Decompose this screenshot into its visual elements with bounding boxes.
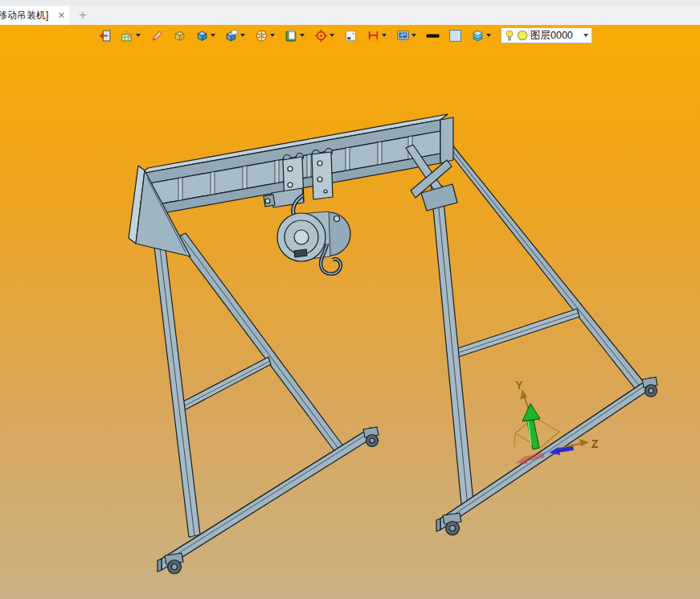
- axis-y-label: Y: [515, 379, 523, 392]
- viewport[interactable]: 图层0000: [0, 25, 700, 599]
- document-tab[interactable]: 移动吊装机] ✕: [0, 6, 69, 25]
- app-window: 移动吊装机] ✕ +: [0, 0, 700, 599]
- titlebar: [0, 0, 700, 6]
- document-tabbar: 移动吊装机] ✕ +: [0, 6, 700, 25]
- tab-close-icon[interactable]: ✕: [58, 10, 65, 21]
- new-tab-button[interactable]: +: [69, 6, 96, 25]
- crane-model[interactable]: Y Z: [0, 25, 700, 599]
- tab-title: 移动吊装机]: [0, 9, 55, 23]
- axis-z-label: Z: [592, 437, 599, 450]
